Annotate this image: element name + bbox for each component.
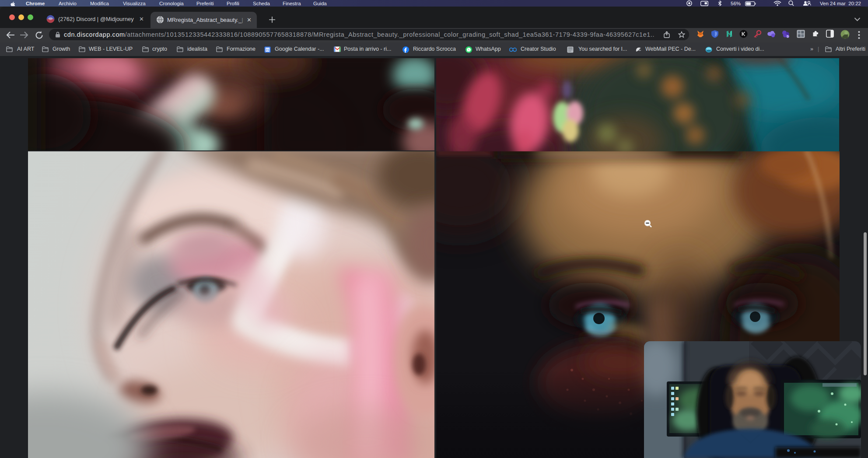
svg-text:5: 5 <box>787 35 789 38</box>
svg-text:31: 31 <box>266 48 269 52</box>
